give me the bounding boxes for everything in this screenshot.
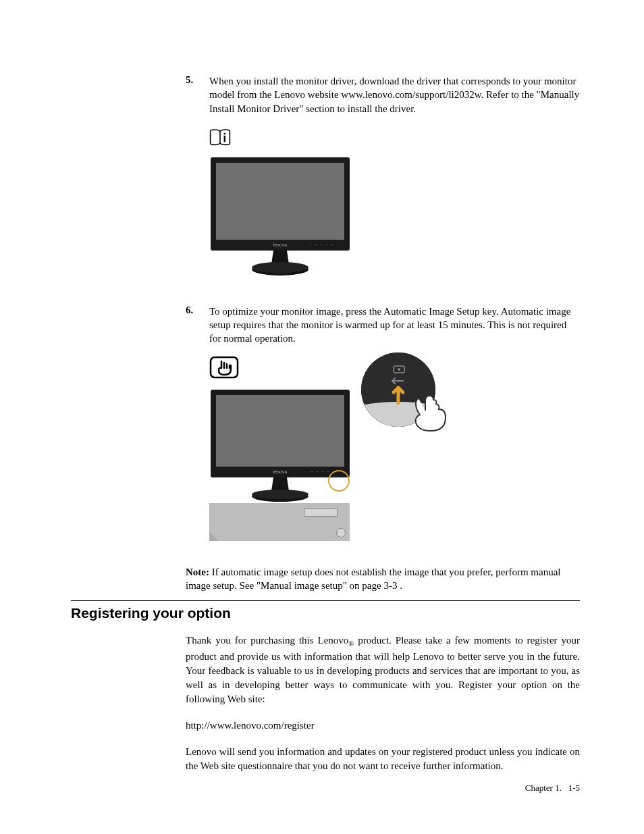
svg-point-28 [252,490,308,499]
step-5-number: 5. [186,74,209,115]
section-body: Thank you for purchasing this Lenovo® pr… [186,633,580,773]
svg-point-10 [326,244,327,245]
info-book-icon [209,129,231,147]
svg-point-11 [331,244,333,245]
step-6: 6. To optimize your monitor image, press… [186,305,580,346]
svg-point-17 [398,368,400,371]
svg-rect-2 [224,136,225,142]
document-page: 5. When you install the monitor driver, … [0,0,644,834]
register-para-2: Lenovo will send you information and upd… [186,745,580,773]
svg-point-22 [311,471,313,472]
note-block: Note: If automatic image setup does not … [186,565,580,593]
svg-text:lenovo: lenovo [273,242,288,247]
svg-point-13 [252,262,308,273]
section-heading: Registering your option [71,605,580,621]
hand-press-icon [209,356,239,379]
figure-driver-install: lenovo [209,129,580,278]
finger-pointer-icon [412,393,449,434]
svg-point-8 [315,244,317,245]
note-label: Note: [186,567,209,577]
svg-point-9 [321,244,322,245]
page-footer: Chapter 1. 1-5 [525,783,580,793]
monitor-image: lenovo [209,156,351,278]
step-6-number: 6. [186,305,209,346]
svg-point-23 [317,471,318,472]
step-6-text: To optimize your monitor image, press th… [209,305,580,346]
step-5: 5. When you install the monitor driver, … [186,74,580,115]
highlight-ring-icon [328,470,350,492]
svg-rect-4 [216,163,344,240]
register-url: http://www.lenovo.com/register [186,719,580,733]
section-divider [71,600,580,601]
svg-rect-1 [224,133,225,134]
step-5-text: When you install the monitor driver, dow… [209,74,580,115]
svg-text:lenovo: lenovo [273,469,288,474]
svg-point-24 [322,471,323,472]
figure-auto-setup: lenovo [209,356,580,552]
base-unit-image [209,503,350,541]
svg-point-25 [327,471,329,472]
svg-point-7 [310,244,311,245]
svg-rect-19 [216,395,344,467]
register-para-1: Thank you for purchasing this Lenovo® pr… [186,633,580,706]
note-text: If automatic image setup does not establ… [186,567,560,591]
footer-page: 1-5 [568,783,580,793]
para1-a: Thank you for purchasing this Lenovo [186,635,348,646]
footer-chapter: Chapter 1. [525,783,562,793]
